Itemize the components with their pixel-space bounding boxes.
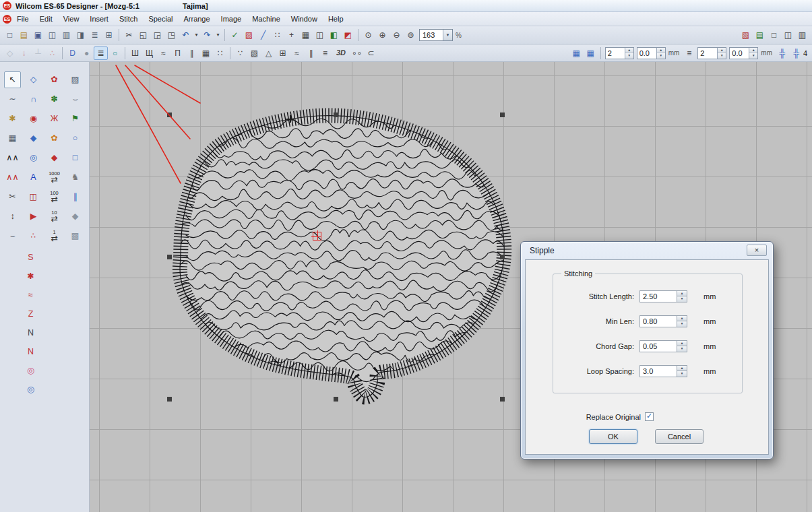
zoom-combobox[interactable]: 163 ▼ <box>419 29 453 41</box>
drop-shape-icon[interactable]: D <box>65 46 80 60</box>
stepper-up-icon[interactable]: ▲ <box>718 48 726 54</box>
zigzag-tool[interactable]: ∧∧ <box>4 150 21 166</box>
program-split-icon[interactable]: ∷ <box>213 46 227 60</box>
guide-size-stepper[interactable]: 0.0 ▲▼ <box>729 47 758 59</box>
stepper-value[interactable]: 0.0 <box>730 48 749 59</box>
closed-object-tool[interactable]: ∩ <box>25 91 42 108</box>
menu-item[interactable]: Image <box>216 13 247 25</box>
hoop-icon[interactable]: □ <box>767 28 781 42</box>
satin-stitch-icon[interactable]: Ш <box>128 46 142 60</box>
duplicate-icon[interactable]: ◳ <box>164 28 179 42</box>
spinner-up-icon[interactable]: ▲ <box>677 340 687 346</box>
freehand-tool[interactable]: ∼ <box>4 91 21 108</box>
circle-shape-icon[interactable]: ● <box>80 46 94 60</box>
stepper-spin[interactable]: ▲▼ <box>656 48 665 59</box>
open-object-tool[interactable]: ✿ <box>46 71 63 88</box>
ok-button[interactable]: OK <box>589 429 637 444</box>
select-tool[interactable]: ↖ <box>4 71 21 88</box>
stepper-value[interactable]: 0.0 <box>637 48 656 59</box>
needle-points-icon[interactable]: ∷ <box>270 28 284 42</box>
stemstitch-tool[interactable]: Z <box>23 307 38 321</box>
design-colors-icon[interactable]: ◩ <box>341 28 355 42</box>
guide-count-stepper[interactable]: 2 ▲▼ <box>697 47 726 59</box>
selection-handle-sw[interactable] <box>167 397 172 402</box>
spinner-down-icon[interactable]: ▼ <box>677 346 687 352</box>
grid-icon[interactable]: ▦ <box>299 28 313 42</box>
motif-run-icon[interactable]: ≈ <box>156 46 170 60</box>
field-spinner[interactable]: ▲▼ <box>677 290 687 302</box>
stitch-player-tool[interactable]: ▶ <box>25 208 42 225</box>
menu-item[interactable]: Window <box>286 13 323 25</box>
ellipse-tool[interactable]: ○ <box>67 130 84 147</box>
stepper-down-icon[interactable]: ▼ <box>625 53 633 59</box>
field-spinner[interactable]: ▲▼ <box>677 340 687 352</box>
travel-1-tool[interactable]: 1⇄ <box>46 228 63 245</box>
drop-tool[interactable]: ◆ <box>46 150 63 166</box>
florentine-icon[interactable]: ⊞ <box>276 46 290 60</box>
column-stitch-icon[interactable]: Π <box>170 46 185 60</box>
sequin-icon[interactable]: ∘∘ <box>350 46 364 60</box>
zigzag-run-tool[interactable]: Ж <box>46 110 63 127</box>
spinner-up-icon[interactable]: ▲ <box>677 365 687 371</box>
document-icon[interactable]: ES <box>3 15 11 24</box>
menu-item[interactable]: Arrange <box>178 13 215 25</box>
stitch-view-icon[interactable]: ▨ <box>242 28 256 42</box>
measure-tool[interactable]: ↕ <box>4 208 21 225</box>
step-pattern-icon[interactable]: ≡ <box>318 46 332 60</box>
design-window-icon[interactable]: ◫ <box>781 28 795 42</box>
penetrations-icon[interactable]: ∴ <box>45 46 59 60</box>
grid-count-stepper[interactable]: 2 ▲▼ <box>605 47 634 59</box>
travel-100-tool[interactable]: 100⇄ <box>46 189 63 205</box>
motif-line-tool[interactable]: ∴ <box>25 228 42 245</box>
slow-redraw-icon[interactable]: ◧ <box>327 28 341 42</box>
stepper-down-icon[interactable]: ▼ <box>657 53 665 59</box>
stepper-down-icon[interactable]: ▼ <box>718 53 726 59</box>
stepper-spin[interactable]: ▲▼ <box>625 48 633 59</box>
parallel-stitch-icon[interactable]: ∥ <box>185 46 199 60</box>
auto-digitize-tool[interactable]: ✱ <box>4 110 21 127</box>
outline-view-icon[interactable]: ╱ <box>256 28 270 42</box>
cut-object-tool[interactable]: ✂ <box>4 189 21 205</box>
spinner-up-icon[interactable]: ▲ <box>677 290 687 296</box>
zoom-value[interactable]: 163 <box>420 31 443 39</box>
save-design-icon[interactable]: ▣ <box>31 28 45 42</box>
redo-dropdown-icon[interactable]: ▾ <box>214 28 222 42</box>
hatch-tool[interactable]: ▨ <box>67 71 84 88</box>
grid-size-stepper[interactable]: 0.0 ▲▼ <box>637 47 666 59</box>
color-film-icon[interactable]: ▧ <box>739 28 753 42</box>
pointer-flip-icon[interactable]: ┴ <box>31 46 45 60</box>
menu-item[interactable]: Stitch <box>114 13 144 25</box>
zoom-1-1-icon[interactable]: ⊚ <box>404 28 418 42</box>
lettering-tool[interactable]: A <box>25 169 42 186</box>
rectangle-tool[interactable]: □ <box>67 150 84 166</box>
stitch-angle-icon[interactable]: ∥ <box>304 46 318 60</box>
stepper-up-icon[interactable]: ▲ <box>749 48 757 54</box>
pan-alt-icon[interactable]: ╬ <box>789 46 803 60</box>
selection-handle-s[interactable] <box>334 397 338 402</box>
menu-item[interactable]: Insert <box>84 13 114 25</box>
spinner-down-icon[interactable]: ▼ <box>677 296 687 302</box>
wave-fill-icon[interactable]: ≈ <box>290 46 304 60</box>
flag-tool[interactable]: ⚑ <box>67 110 84 127</box>
selection-handle-nw[interactable] <box>167 113 172 117</box>
crosshatch-icon[interactable]: ▧ <box>247 46 261 60</box>
jump-tool[interactable]: N <box>23 325 38 340</box>
undo-icon[interactable]: ↶ <box>179 28 193 42</box>
daisy-tool[interactable]: ✿ <box>46 130 63 147</box>
spacing-icon[interactable]: ≡ <box>682 46 696 60</box>
triple-run-tool[interactable]: ✱ <box>23 269 38 284</box>
stepper-down-icon[interactable]: ▼ <box>749 53 757 59</box>
arc-tool[interactable]: ⌣ <box>67 91 84 108</box>
mirror-merge-tool[interactable]: ◫ <box>25 189 42 205</box>
redo-icon[interactable]: ↷ <box>200 28 214 42</box>
menu-item[interactable]: View <box>58 13 85 25</box>
stepper-spin[interactable]: ▲▼ <box>749 48 757 59</box>
cut-icon[interactable]: ✂ <box>122 28 136 42</box>
undo-dropdown-icon[interactable]: ▾ <box>193 28 200 42</box>
menu-item[interactable]: Help <box>323 13 349 25</box>
dot-fill-icon[interactable]: ∵ <box>233 46 247 60</box>
connectors-icon[interactable]: + <box>284 28 299 42</box>
notes-icon[interactable]: ▥ <box>795 28 809 42</box>
selection-handle-e[interactable] <box>500 255 505 259</box>
exit-point-tool[interactable]: ◎ <box>23 382 38 397</box>
